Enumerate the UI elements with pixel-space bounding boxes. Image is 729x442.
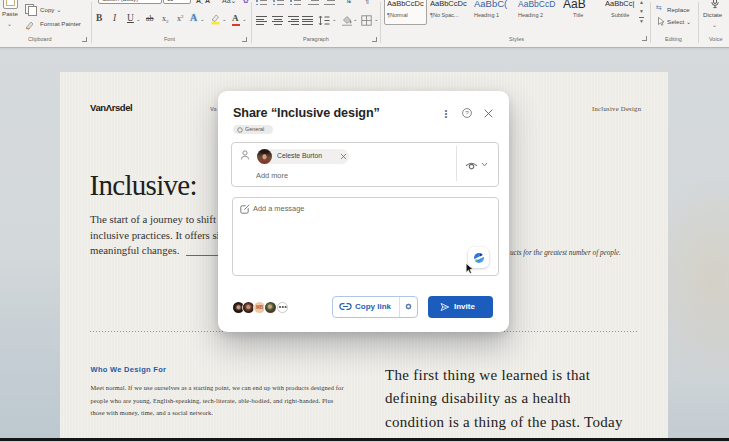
- svg-text:?: ?: [465, 109, 469, 116]
